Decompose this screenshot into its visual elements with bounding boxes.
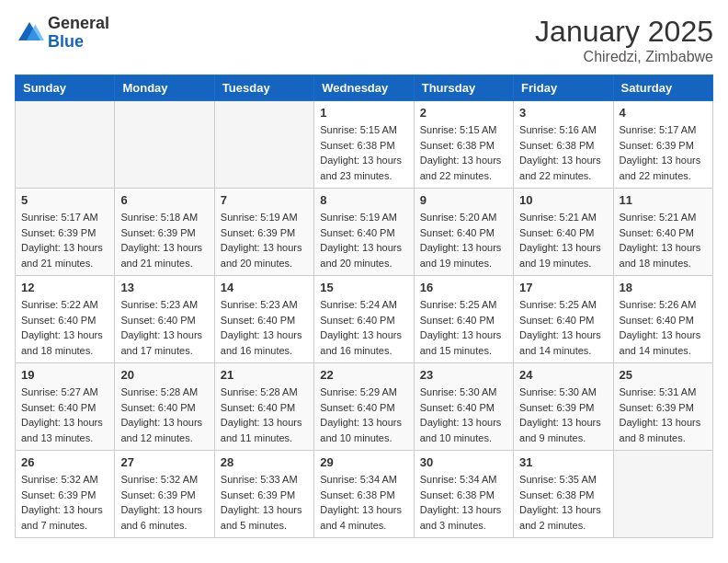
calendar-table: SundayMondayTuesdayWednesdayThursdayFrid… bbox=[15, 75, 713, 538]
week-row-1: 1Sunrise: 5:15 AMSunset: 6:38 PMDaylight… bbox=[16, 101, 713, 189]
day-number: 26 bbox=[21, 455, 108, 469]
day-number: 2 bbox=[420, 106, 507, 120]
calendar-cell: 8Sunrise: 5:19 AMSunset: 6:40 PMDaylight… bbox=[314, 189, 414, 276]
calendar-cell: 21Sunrise: 5:28 AMSunset: 6:40 PMDayligh… bbox=[214, 363, 313, 451]
day-number: 5 bbox=[21, 193, 108, 207]
calendar-cell: 6Sunrise: 5:18 AMSunset: 6:39 PMDaylight… bbox=[115, 189, 214, 276]
day-number: 16 bbox=[420, 281, 507, 294]
day-number: 9 bbox=[420, 193, 507, 207]
day-number: 23 bbox=[420, 368, 507, 382]
calendar-cell: 22Sunrise: 5:29 AMSunset: 6:40 PMDayligh… bbox=[314, 363, 414, 451]
day-number: 25 bbox=[620, 368, 707, 382]
logo-text: General Blue bbox=[48, 15, 109, 52]
day-info: Sunrise: 5:29 AMSunset: 6:40 PMDaylight:… bbox=[320, 385, 407, 445]
day-info: Sunrise: 5:33 AMSunset: 6:39 PMDaylight:… bbox=[221, 472, 308, 533]
dow-header-friday: Friday bbox=[514, 75, 613, 101]
calendar-cell: 31Sunrise: 5:35 AMSunset: 6:38 PMDayligh… bbox=[514, 451, 613, 538]
week-row-3: 12Sunrise: 5:22 AMSunset: 6:40 PMDayligh… bbox=[16, 276, 713, 363]
calendar-cell: 17Sunrise: 5:25 AMSunset: 6:40 PMDayligh… bbox=[514, 276, 613, 363]
day-number: 7 bbox=[221, 193, 308, 207]
calendar-cell: 24Sunrise: 5:30 AMSunset: 6:39 PMDayligh… bbox=[514, 363, 613, 451]
day-number: 14 bbox=[221, 281, 308, 294]
calendar-cell: 14Sunrise: 5:23 AMSunset: 6:40 PMDayligh… bbox=[214, 276, 313, 363]
day-number: 18 bbox=[620, 281, 707, 294]
day-info: Sunrise: 5:25 AMSunset: 6:40 PMDaylight:… bbox=[420, 297, 507, 358]
calendar-cell: 13Sunrise: 5:23 AMSunset: 6:40 PMDayligh… bbox=[115, 276, 214, 363]
day-info: Sunrise: 5:27 AMSunset: 6:40 PMDaylight:… bbox=[21, 385, 108, 445]
location-title: Chiredzi, Zimbabwe bbox=[535, 49, 713, 65]
calendar-cell: 10Sunrise: 5:21 AMSunset: 6:40 PMDayligh… bbox=[514, 189, 613, 276]
day-info: Sunrise: 5:20 AMSunset: 6:40 PMDaylight:… bbox=[420, 210, 507, 270]
day-number: 13 bbox=[120, 281, 208, 294]
day-number: 1 bbox=[320, 106, 407, 120]
week-row-5: 26Sunrise: 5:32 AMSunset: 6:39 PMDayligh… bbox=[16, 451, 713, 538]
calendar-cell: 27Sunrise: 5:32 AMSunset: 6:39 PMDayligh… bbox=[115, 451, 214, 538]
day-info: Sunrise: 5:34 AMSunset: 6:38 PMDaylight:… bbox=[420, 472, 507, 533]
calendar-cell: 1Sunrise: 5:15 AMSunset: 6:38 PMDaylight… bbox=[314, 101, 414, 189]
day-number: 27 bbox=[120, 455, 208, 469]
day-info: Sunrise: 5:24 AMSunset: 6:40 PMDaylight:… bbox=[320, 297, 407, 358]
calendar-cell: 23Sunrise: 5:30 AMSunset: 6:40 PMDayligh… bbox=[414, 363, 513, 451]
dow-header-sunday: Sunday bbox=[16, 75, 115, 101]
day-info: Sunrise: 5:15 AMSunset: 6:38 PMDaylight:… bbox=[320, 122, 407, 183]
calendar-cell: 3Sunrise: 5:16 AMSunset: 6:38 PMDaylight… bbox=[514, 101, 613, 189]
dow-header-wednesday: Wednesday bbox=[314, 75, 414, 101]
day-number: 24 bbox=[519, 368, 607, 382]
day-info: Sunrise: 5:31 AMSunset: 6:39 PMDaylight:… bbox=[620, 385, 707, 445]
day-info: Sunrise: 5:32 AMSunset: 6:39 PMDaylight:… bbox=[21, 472, 108, 533]
calendar-cell: 12Sunrise: 5:22 AMSunset: 6:40 PMDayligh… bbox=[16, 276, 115, 363]
day-info: Sunrise: 5:25 AMSunset: 6:40 PMDaylight:… bbox=[519, 297, 607, 358]
dow-header-thursday: Thursday bbox=[414, 75, 513, 101]
calendar-cell: 26Sunrise: 5:32 AMSunset: 6:39 PMDayligh… bbox=[16, 451, 115, 538]
day-info: Sunrise: 5:32 AMSunset: 6:39 PMDaylight:… bbox=[120, 472, 208, 533]
day-number: 15 bbox=[320, 281, 407, 294]
day-number: 8 bbox=[320, 193, 407, 207]
calendar-cell: 25Sunrise: 5:31 AMSunset: 6:39 PMDayligh… bbox=[613, 363, 712, 451]
calendar-cell bbox=[214, 101, 313, 189]
calendar-cell: 29Sunrise: 5:34 AMSunset: 6:38 PMDayligh… bbox=[314, 451, 414, 538]
day-number: 11 bbox=[620, 193, 707, 207]
calendar-cell: 2Sunrise: 5:15 AMSunset: 6:38 PMDaylight… bbox=[414, 101, 513, 189]
calendar-cell: 9Sunrise: 5:20 AMSunset: 6:40 PMDaylight… bbox=[414, 189, 513, 276]
day-info: Sunrise: 5:21 AMSunset: 6:40 PMDaylight:… bbox=[519, 210, 607, 270]
day-info: Sunrise: 5:19 AMSunset: 6:40 PMDaylight:… bbox=[320, 210, 407, 270]
day-info: Sunrise: 5:28 AMSunset: 6:40 PMDaylight:… bbox=[120, 385, 208, 445]
calendar-cell: 4Sunrise: 5:17 AMSunset: 6:39 PMDaylight… bbox=[613, 101, 712, 189]
dow-header-tuesday: Tuesday bbox=[214, 75, 313, 101]
day-number: 12 bbox=[21, 281, 108, 294]
day-info: Sunrise: 5:17 AMSunset: 6:39 PMDaylight:… bbox=[620, 122, 707, 183]
day-number: 10 bbox=[519, 193, 607, 207]
week-row-4: 19Sunrise: 5:27 AMSunset: 6:40 PMDayligh… bbox=[16, 363, 713, 451]
day-number: 22 bbox=[320, 368, 407, 382]
calendar-cell: 28Sunrise: 5:33 AMSunset: 6:39 PMDayligh… bbox=[214, 451, 313, 538]
calendar-cell: 5Sunrise: 5:17 AMSunset: 6:39 PMDaylight… bbox=[16, 189, 115, 276]
day-info: Sunrise: 5:30 AMSunset: 6:39 PMDaylight:… bbox=[519, 385, 607, 445]
day-info: Sunrise: 5:35 AMSunset: 6:38 PMDaylight:… bbox=[519, 472, 607, 533]
day-number: 31 bbox=[519, 455, 607, 469]
day-info: Sunrise: 5:19 AMSunset: 6:39 PMDaylight:… bbox=[221, 210, 308, 270]
calendar-cell: 7Sunrise: 5:19 AMSunset: 6:39 PMDaylight… bbox=[214, 189, 313, 276]
day-number: 19 bbox=[21, 368, 108, 382]
day-number: 29 bbox=[320, 455, 407, 469]
day-number: 28 bbox=[221, 455, 308, 469]
day-info: Sunrise: 5:34 AMSunset: 6:38 PMDaylight:… bbox=[320, 472, 407, 533]
day-info: Sunrise: 5:16 AMSunset: 6:38 PMDaylight:… bbox=[519, 122, 607, 183]
day-number: 20 bbox=[120, 368, 208, 382]
day-info: Sunrise: 5:28 AMSunset: 6:40 PMDaylight:… bbox=[221, 385, 308, 445]
day-number: 3 bbox=[519, 106, 607, 120]
logo-icon bbox=[15, 18, 44, 48]
day-info: Sunrise: 5:30 AMSunset: 6:40 PMDaylight:… bbox=[420, 385, 507, 445]
day-number: 17 bbox=[519, 281, 607, 294]
calendar-cell bbox=[115, 101, 214, 189]
calendar-cell: 30Sunrise: 5:34 AMSunset: 6:38 PMDayligh… bbox=[414, 451, 513, 538]
dow-header-saturday: Saturday bbox=[613, 75, 712, 101]
day-number: 30 bbox=[420, 455, 507, 469]
day-number: 6 bbox=[120, 193, 208, 207]
calendar-body: 1Sunrise: 5:15 AMSunset: 6:38 PMDaylight… bbox=[16, 101, 713, 538]
day-info: Sunrise: 5:22 AMSunset: 6:40 PMDaylight:… bbox=[21, 297, 108, 358]
dow-header-monday: Monday bbox=[115, 75, 214, 101]
calendar-cell: 11Sunrise: 5:21 AMSunset: 6:40 PMDayligh… bbox=[613, 189, 712, 276]
day-info: Sunrise: 5:18 AMSunset: 6:39 PMDaylight:… bbox=[120, 210, 208, 270]
calendar-cell bbox=[613, 451, 712, 538]
day-info: Sunrise: 5:17 AMSunset: 6:39 PMDaylight:… bbox=[21, 210, 108, 270]
